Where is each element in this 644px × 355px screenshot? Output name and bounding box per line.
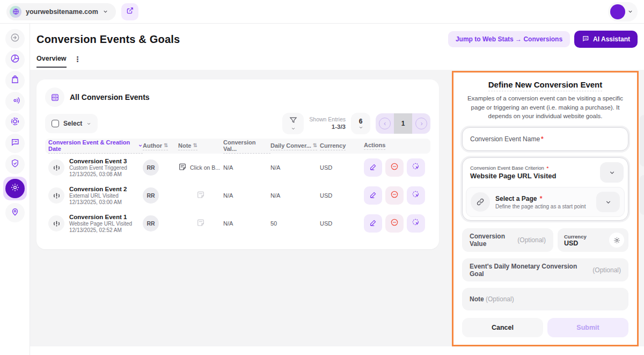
daily-goal-label: Event's Daily Monetary Conversion Goal bbox=[470, 263, 591, 278]
column-conversion-value[interactable]: Conversion Val... bbox=[223, 139, 270, 154]
site-name: yourwebsitename.com bbox=[26, 8, 98, 16]
delete-button[interactable] bbox=[385, 158, 404, 177]
note-cell[interactable]: Click on B... bbox=[178, 163, 223, 172]
note-input[interactable]: Note (Optional) bbox=[462, 288, 628, 310]
column-note[interactable]: Note⇅ bbox=[178, 142, 223, 150]
daily-goal-input[interactable]: Event's Daily Monetary Conversion Goal (… bbox=[462, 258, 628, 281]
ai-assistant-label: AI Assistant bbox=[593, 35, 630, 43]
table-row[interactable]: Conversion Event 3 Custom Event Triggere… bbox=[45, 154, 430, 182]
delete-button[interactable] bbox=[385, 214, 404, 233]
required-asterisk: * bbox=[541, 135, 544, 143]
ai-assistant-button[interactable]: AI Assistant bbox=[574, 31, 638, 48]
chevron-down-icon[interactable] bbox=[596, 192, 620, 212]
database-icon bbox=[45, 88, 64, 107]
table-toolbar: Select Shown Entries 1-3/3 bbox=[45, 113, 430, 134]
conversion-value-input[interactable]: Conversion Value (Optional) bbox=[462, 228, 553, 252]
note-icon bbox=[178, 163, 187, 172]
name-field-label: Conversion Event Name bbox=[470, 135, 540, 143]
daily-conversion-cell: N/A bbox=[270, 192, 320, 199]
submit-button[interactable]: Submit bbox=[547, 318, 628, 337]
edit-button[interactable] bbox=[364, 158, 382, 177]
event-type: Website Page URL Visited bbox=[69, 221, 132, 227]
site-selector[interactable]: yourwebsitename.com bbox=[6, 3, 116, 20]
pie-chart-icon bbox=[10, 54, 20, 66]
base-criterion-select[interactable]: Conversion Event Base Criterion * Websit… bbox=[463, 158, 628, 187]
shown-entries: Shown Entries 1-3/3 bbox=[309, 116, 346, 131]
next-page-button[interactable] bbox=[412, 113, 430, 134]
note-cell[interactable] bbox=[178, 191, 223, 200]
tab-overview[interactable]: Overview bbox=[36, 55, 67, 68]
page-title: Conversion Events & Goals bbox=[36, 33, 180, 46]
column-actions: Actions bbox=[358, 142, 427, 151]
prev-page-button[interactable] bbox=[376, 113, 394, 134]
sidebar-item-sessions[interactable] bbox=[5, 92, 25, 111]
column-event-date[interactable]: Conversion Event & Creation Date bbox=[48, 139, 143, 154]
chat-icon bbox=[10, 137, 20, 149]
table-row[interactable]: Conversion Event 2 External URL Visited … bbox=[45, 182, 430, 209]
sidebar-item-feedback[interactable] bbox=[5, 134, 25, 153]
currency-value: USD bbox=[564, 240, 587, 247]
jump-to-webstats-button[interactable]: Jump to Web Stats → Conversions bbox=[448, 31, 570, 47]
sidebar-item-security[interactable] bbox=[5, 155, 25, 174]
sidebar-item-ecommerce[interactable] bbox=[5, 71, 25, 90]
column-currency[interactable]: Currency bbox=[320, 142, 358, 150]
sidebar-item-locations[interactable] bbox=[5, 203, 25, 222]
event-signal-icon bbox=[48, 160, 64, 176]
chevron-down-icon[interactable] bbox=[600, 162, 624, 183]
track-click-button[interactable] bbox=[407, 214, 425, 233]
event-title: Conversion Event 2 bbox=[69, 186, 127, 192]
filter-button[interactable] bbox=[282, 113, 304, 134]
column-daily-conversion[interactable]: Daily Conver...⇅ bbox=[270, 142, 320, 150]
select-dropdown[interactable]: Select bbox=[45, 114, 98, 133]
note-cell[interactable] bbox=[178, 219, 223, 228]
card-title: All Conversion Events bbox=[70, 93, 150, 102]
currency-cell: USD bbox=[320, 220, 358, 227]
current-page[interactable]: 1 bbox=[394, 113, 412, 134]
column-author[interactable]: Author⇅ bbox=[143, 142, 178, 150]
track-click-button[interactable] bbox=[407, 158, 425, 177]
event-title: Conversion Event 3 bbox=[69, 158, 127, 164]
event-signal-icon bbox=[48, 187, 64, 204]
link-icon bbox=[471, 192, 490, 212]
base-criterion-label: Conversion Event Base Criterion bbox=[470, 165, 544, 171]
gear-icon[interactable] bbox=[609, 233, 624, 248]
arrow-right-icon bbox=[415, 118, 427, 129]
optional-label: (Optional) bbox=[517, 236, 546, 244]
page-size-selector[interactable]: 6 bbox=[351, 113, 370, 134]
chat-bubble-icon bbox=[582, 35, 589, 44]
open-site-button[interactable] bbox=[121, 3, 138, 20]
select-page-label: Select a Page bbox=[495, 195, 537, 202]
sidebar-item-collapse[interactable] bbox=[5, 29, 25, 48]
sidebar-item-goals[interactable] bbox=[5, 113, 25, 132]
author-avatar: RR bbox=[143, 187, 159, 204]
sidebar-item-settings[interactable] bbox=[3, 177, 27, 200]
currency-label: Currency bbox=[564, 234, 587, 240]
pencil-icon bbox=[369, 219, 377, 229]
user-menu[interactable] bbox=[608, 2, 638, 21]
right-edge-panel-sliver bbox=[640, 175, 644, 215]
table-row[interactable]: Conversion Event 1 Website Page URL Visi… bbox=[45, 209, 430, 237]
currency-selector[interactable]: Currency USD bbox=[558, 228, 628, 252]
event-date: 12/13/2025, 03:00 AM bbox=[69, 199, 127, 205]
author-avatar: RR bbox=[143, 160, 159, 176]
edit-button[interactable] bbox=[364, 186, 382, 205]
panel-description: Examples of a conversion event can be vi… bbox=[463, 94, 627, 121]
right-edge-panel-sliver bbox=[640, 115, 644, 166]
sidebar-item-analytics[interactable] bbox=[5, 50, 25, 69]
daily-conversion-cell: N/A bbox=[270, 164, 320, 171]
cancel-button[interactable]: Cancel bbox=[462, 318, 543, 337]
avatar bbox=[610, 4, 625, 19]
delete-button[interactable] bbox=[385, 186, 404, 205]
chevron-down-icon bbox=[86, 121, 91, 126]
note-icon bbox=[196, 219, 205, 228]
external-link-icon bbox=[126, 7, 134, 17]
select-all-checkbox[interactable] bbox=[52, 120, 59, 127]
conversion-event-name-input[interactable]: Conversion Event Name* bbox=[462, 127, 628, 151]
select-page-dropdown[interactable]: Select a Page * Define the page acting a… bbox=[466, 187, 625, 217]
sidebar bbox=[0, 24, 30, 355]
track-click-button[interactable] bbox=[407, 186, 425, 205]
select-label: Select bbox=[63, 120, 82, 127]
minus-circle-icon bbox=[390, 218, 399, 229]
kebab-menu-icon[interactable]: ⋮ bbox=[74, 55, 82, 64]
edit-button[interactable] bbox=[364, 214, 382, 233]
